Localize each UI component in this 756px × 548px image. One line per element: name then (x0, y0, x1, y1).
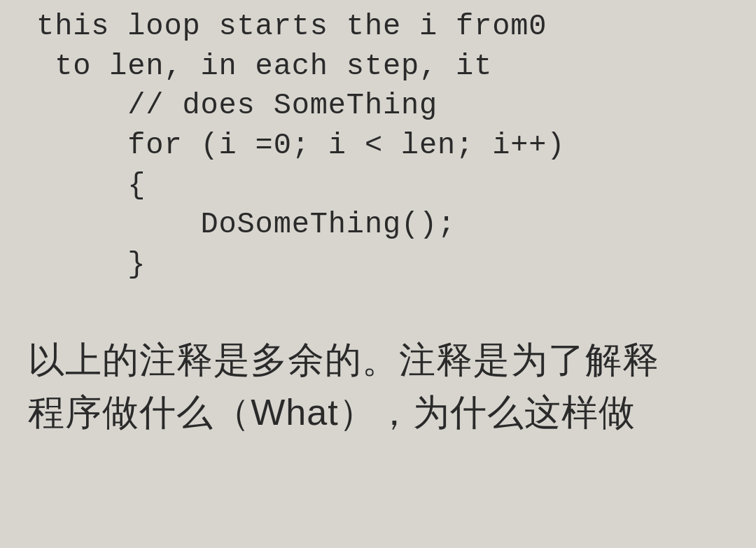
code-line-2: to len, in each step, it (0, 47, 756, 87)
code-line-3: // does SomeThing (0, 86, 756, 126)
chinese-line-1: 以上的注释是多余的。注释是为了解释 (28, 334, 728, 386)
chinese-line-2: 程序做什么（What），为什么这样做 (28, 386, 728, 439)
main-container: this loop starts the i from0 to len, in … (0, 0, 756, 548)
code-line-7: } (0, 245, 756, 285)
code-block: this loop starts the i from0 to len, in … (0, 0, 756, 313)
code-line-1: this loop starts the i from0 (0, 7, 756, 47)
code-line-4: for (i =0; i < len; i++) (0, 126, 756, 166)
chinese-text-block: 以上的注释是多余的。注释是为了解释 程序做什么（What），为什么这样做 (0, 313, 756, 440)
code-line-6: DoSomeThing(); (0, 205, 756, 245)
code-line-5: { (0, 166, 756, 206)
